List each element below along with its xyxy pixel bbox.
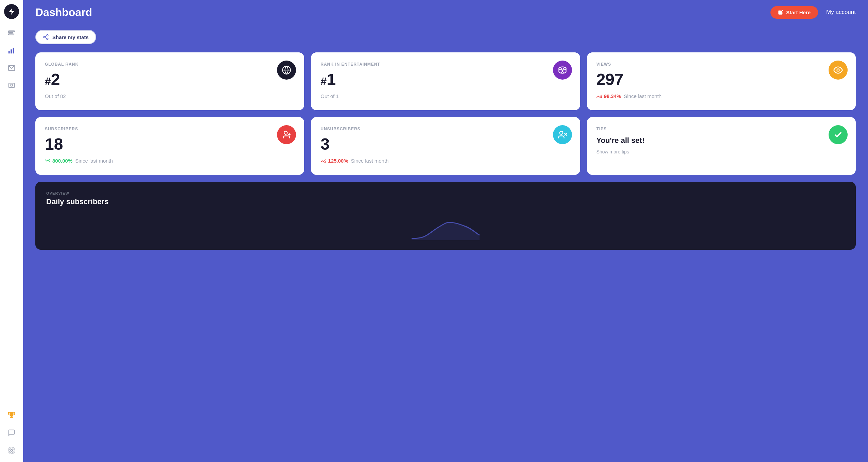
sidebar-item-chart[interactable] [4,43,19,58]
svg-rect-4 [8,51,10,53]
my-account-link[interactable]: My account [826,9,856,16]
card-subscribers-value: 18 [45,136,295,152]
svg-line-16 [45,37,47,38]
card-rank-entertainment-value: #1 [320,71,570,88]
svg-point-14 [44,36,45,38]
arrow-down-icon [596,94,602,99]
share-stats-label: Share my stats [52,34,89,40]
svg-point-12 [11,449,13,451]
card-rank-entertainment: RANK IN ENTERTAINMENT #1 Out of 1 [311,52,580,110]
card-subscribers-since: Since last month [75,158,113,164]
card-global-rank: GLOBAL RANK #2 Out of 82 [35,52,304,110]
card-views-since: Since last month [624,93,662,99]
svg-rect-1 [8,31,15,32]
svg-rect-10 [11,416,13,417]
card-subscribers-change: 800.00% Since last month [45,158,295,164]
check-icon-container [829,125,848,144]
card-unsubscribers-pct: 125.00% [328,158,348,164]
show-more-tips-link[interactable]: Show more tips [596,149,846,154]
subscribers-chart [412,220,480,240]
card-global-rank-label: GLOBAL RANK [45,62,295,67]
card-global-rank-sub: Out of 82 [45,93,295,99]
svg-point-24 [284,131,287,134]
arrow-down2-icon [320,158,326,164]
page-title: Dashboard [35,6,92,19]
globe-icon [282,65,291,75]
start-here-label: Start Here [786,10,811,15]
user-plus-icon [282,130,291,139]
card-unsubscribers-change: 125.00% Since last month [320,158,570,164]
app-logo[interactable] [4,4,19,19]
card-tips-label: TIPS [596,127,846,131]
chart-area [46,213,845,240]
card-unsubscribers-label: UNSUBSCRIBERS [320,127,570,131]
sidebar-item-user[interactable] [4,78,19,93]
card-unsubscribers: UNSUBSCRIBERS 3 125.00% [311,117,580,175]
svg-rect-11 [10,417,13,418]
card-views-label: VIEWS [596,62,846,67]
check-icon [833,130,843,139]
pencil-icon [778,10,783,15]
svg-rect-3 [8,34,14,35]
sidebar-item-settings[interactable] [4,443,19,458]
main-content: Dashboard Start Here My account Shar [23,0,868,462]
header-actions: Start Here My account [770,6,856,19]
card-tips: TIPS You're all set! Show more tips [587,117,856,175]
eye-icon [833,65,843,75]
card-rank-entertainment-sub: Out of 1 [320,93,570,99]
header: Dashboard Start Here My account [23,0,868,24]
user-x-icon [558,130,567,139]
card-views-value: 297 [596,71,846,88]
sidebar [0,0,23,462]
sidebar-item-mail[interactable] [4,61,19,76]
content-area: Share my stats GLOBAL RANK #2 Out of 82 [23,24,868,462]
svg-rect-2 [8,32,13,33]
svg-point-15 [47,38,48,40]
card-views-change: 98.34% Since last month [596,93,846,99]
svg-point-13 [47,35,48,36]
card-subscribers-label: SUBSCRIBERS [45,127,295,131]
user-x-icon-container [553,125,572,144]
stats-grid: GLOBAL RANK #2 Out of 82 RANK IN ENTERTA… [35,52,856,175]
sidebar-item-chat[interactable] [4,425,19,440]
overview-label: OVERVIEW [46,191,845,195]
svg-rect-5 [11,49,12,53]
drum-icon [558,65,567,75]
svg-point-23 [837,69,839,71]
start-here-button[interactable]: Start Here [770,6,818,19]
svg-point-9 [11,84,13,86]
svg-point-20 [559,67,566,70]
globe-icon-container [277,61,296,80]
share-icon [43,34,49,40]
card-unsubscribers-value: 3 [320,136,570,152]
overview-section: OVERVIEW Daily subscribers [35,182,856,250]
svg-line-17 [45,36,47,37]
svg-point-27 [559,131,562,134]
eye-icon-container [829,61,848,80]
card-views: VIEWS 297 98.34% Since last month [587,52,856,110]
card-unsubscribers-since: Since last month [351,158,389,164]
svg-rect-6 [13,48,14,54]
user-plus-icon-container [277,125,296,144]
svg-marker-0 [9,9,15,15]
share-stats-button[interactable]: Share my stats [35,30,96,44]
sidebar-item-toggle[interactable] [4,25,19,40]
arrow-up-icon [45,158,50,164]
card-subscribers-pct: 800.00% [52,158,72,164]
overview-title: Daily subscribers [46,197,845,206]
card-global-rank-value: #2 [45,71,295,88]
card-views-pct: 98.34% [604,93,621,99]
card-subscribers: SUBSCRIBERS 18 800.00% [35,117,304,175]
card-tips-value: You're all set! [596,136,846,145]
sidebar-item-trophy[interactable] [4,408,19,423]
drum-icon-container [553,61,572,80]
card-rank-entertainment-label: RANK IN ENTERTAINMENT [320,62,570,67]
